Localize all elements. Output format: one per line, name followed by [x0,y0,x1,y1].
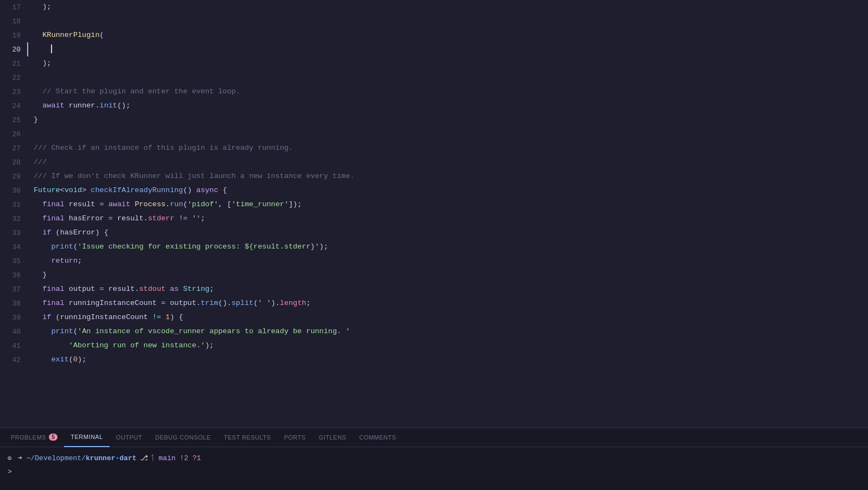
tab-comments-label: COMMENTS [359,434,396,441]
line-content-17: ); [27,0,51,14]
code-line-40: 40 print('An instance of vscode_runner a… [0,324,868,339]
line-content-39: if (runningInstanceCount != 1) { [27,310,183,324]
line-content-20 [27,42,52,56]
line-content-21: ); [27,56,51,71]
code-line-27: 27 /// Check if an instance of this plug… [0,141,868,155]
code-line-18: 18 [0,14,868,28]
code-line-22: 22 [0,71,868,85]
terminal-status-text: !2 ?1 [176,454,201,462]
tab-debug-console-label: DEBUG CONSOLE [155,434,210,441]
line-num-17: 17 [0,3,27,11]
line-num-41: 41 [0,342,27,350]
code-line-19: 19 KRunnerPlugin( [0,28,868,42]
code-line-32: 32 final hasError = result.stderr != ''; [0,212,868,226]
line-num-25: 25 [0,116,27,124]
line-content-27: /// Check if an instance of this plugin … [27,141,293,155]
terminal-prompt-char: > [8,468,16,476]
tab-terminal-label: TERMINAL [71,434,103,440]
code-line-36: 36 } [0,268,868,282]
code-line-34: 34 print('Issue checking for existing pr… [0,240,868,254]
line-num-26: 26 [0,130,27,138]
code-line-31: 31 final result = await Process.run('pid… [0,198,868,212]
line-num-24: 24 [0,102,27,110]
code-line-41: 41 'Aborting run of new instance.'); [0,339,868,353]
code-line-23: 23 // Start the plugin and enter the eve… [0,85,868,99]
tab-ports[interactable]: PORTS [277,428,312,447]
line-content-38: final runningInstanceCount = output.trim… [27,296,310,310]
line-num-35: 35 [0,257,27,265]
code-line-39: 39 if (runningInstanceCount != 1) { [0,310,868,324]
line-num-37: 37 [0,285,27,294]
terminal-panel[interactable]: ⚙ ➜ ~/Development/krunner-dart ⎇ ᛐ main … [0,447,868,490]
line-content-25: } [27,113,38,127]
code-line-17: 17 ); [0,0,868,14]
tab-comments[interactable]: COMMENTS [353,428,403,447]
code-line-26: 26 [0,127,868,141]
code-line-38: 38 final runningInstanceCount = output.t… [0,296,868,310]
line-content-34: print('Issue checking for existing proce… [27,240,328,254]
text-cursor [51,44,52,53]
line-num-38: 38 [0,300,27,308]
line-num-31: 31 [0,201,27,209]
tab-debug-console[interactable]: DEBUG CONSOLE [149,428,217,447]
tab-output[interactable]: OUTPUT [110,428,149,447]
line-num-30: 30 [0,187,27,195]
line-content-36: } [27,268,47,282]
line-content-32: final hasError = result.stderr != ''; [27,212,205,226]
line-num-39: 39 [0,314,27,322]
line-num-42: 42 [0,356,27,364]
code-line-29: 29 /// If we don't check KRunner will ju… [0,169,868,183]
code-line-20: 20 [0,42,868,56]
line-content-35: return; [27,254,82,268]
line-num-22: 22 [0,74,27,82]
tab-problems[interactable]: PROBLEMS 5 [4,428,64,447]
line-num-21: 21 [0,60,27,68]
code-line-24: 24 await runner.init(); [0,99,868,113]
tab-terminal[interactable]: TERMINAL [64,428,110,447]
terminal-project-name: krunner-dart [86,454,137,462]
line-content-24: await runner.init(); [27,99,130,113]
terminal-path-line: ⚙ ➜ ~/Development/krunner-dart ⎇ ᛐ main … [8,451,860,464]
line-num-20: 20 [0,46,27,54]
line-content-37: final output = result.stdout as String; [27,282,214,296]
line-num-19: 19 [0,31,27,40]
terminal-tilde: ➜ [14,454,26,462]
line-num-27: 27 [0,144,27,152]
code-line-21: 21 ); [0,56,868,71]
code-line-33: 33 if (hasError) { [0,226,868,240]
terminal-branch-name: main [155,454,176,462]
code-lines: 17 ); 18 19 KRunnerPlugin( 20 21 ); 22 [0,0,868,428]
code-editor: 17 ); 18 19 KRunnerPlugin( 20 21 ); 22 [0,0,868,428]
line-num-32: 32 [0,215,27,223]
line-content-42: exit(0); [27,353,86,367]
code-line-37: 37 final output = result.stdout as Strin… [0,282,868,296]
line-num-28: 28 [0,158,27,167]
line-num-34: 34 [0,243,27,251]
tab-problems-badge: 5 [49,434,58,441]
line-content-19: KRunnerPlugin( [27,28,104,42]
tab-test-results[interactable]: TEST RESULTS [218,428,278,447]
tab-output-label: OUTPUT [116,434,142,441]
line-content-23: // Start the plugin and enter the event … [27,85,240,99]
terminal-git-icon: ⎇ [140,454,148,462]
line-num-36: 36 [0,271,27,279]
line-content-30: Future<void> checkIfAlreadyRunning() asy… [27,183,227,198]
tab-ports-label: PORTS [284,434,305,441]
code-line-42: 42 exit(0); [0,353,868,367]
code-line-30: 30 Future<void> checkIfAlreadyRunning() … [0,183,868,198]
line-content-29: /// If we don't check KRunner will just … [27,169,354,183]
line-num-40: 40 [0,328,27,336]
tab-test-results-label: TEST RESULTS [224,434,271,441]
tab-gitlens[interactable]: GITLENS [312,428,353,447]
line-content-33: if (hasError) { [27,226,108,240]
line-content-31: final result = await Process.run('pidof'… [27,198,302,212]
tab-gitlens-label: GITLENS [319,434,347,441]
terminal-branch-icon: ᛐ [150,454,155,462]
panel-tabs: PROBLEMS 5 TERMINAL OUTPUT DEBUG CONSOLE… [0,428,868,447]
tab-problems-label: PROBLEMS [11,434,46,441]
code-line-25: 25 } [0,113,868,127]
line-num-23: 23 [0,88,27,96]
terminal-prompt-line[interactable]: > [8,464,860,478]
terminal-shell-icon: ⚙ [8,454,11,462]
code-line-35: 35 return; [0,254,868,268]
